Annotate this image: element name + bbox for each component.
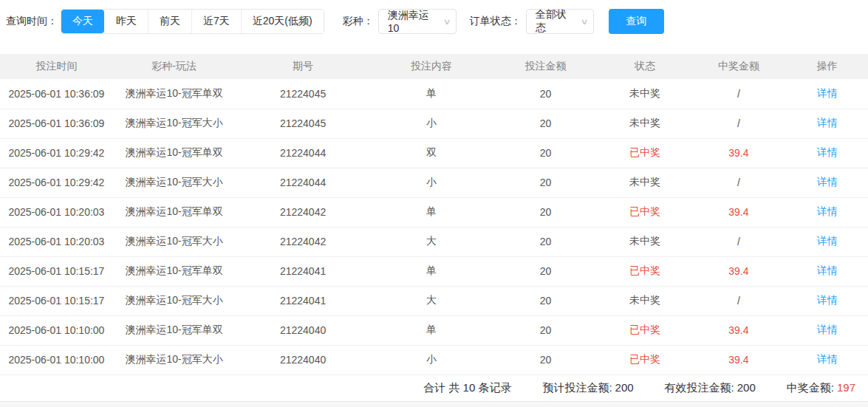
bet-content-cell: 单 (371, 79, 493, 109)
bet-content-cell: 大 (371, 227, 493, 256)
bet-time-cell: 2025-06-01 10:20:03 (0, 227, 113, 256)
detail-link[interactable]: 详情 (817, 87, 838, 99)
bet-amount-cell: 20 (492, 315, 599, 345)
bet-content-cell: 小 (371, 345, 493, 374)
bet-content-cell: 小 (371, 168, 493, 197)
action-cell: 详情 (787, 109, 868, 138)
action-cell: 详情 (787, 79, 868, 109)
table-row: 2025-06-01 10:36:09 澳洲幸运10-冠军单双 21224045… (0, 79, 868, 109)
table-header: 投注时间 彩种-玩法 期号 投注内容 投注金额 状态 中奖金额 操作 (0, 54, 868, 79)
detail-link[interactable]: 详情 (817, 294, 838, 306)
issue-cell: 21224041 (235, 256, 370, 286)
table-row: 2025-06-01 10:20:03 澳洲幸运10-冠军大小 21224042… (0, 227, 868, 256)
prize-cell: 39.4 (691, 345, 786, 374)
status-cell: 未中奖 (599, 286, 691, 315)
action-cell: 详情 (787, 138, 868, 168)
issue-cell: 21224042 (235, 227, 370, 256)
action-cell: 详情 (787, 197, 868, 227)
chevron-down-icon: ∨ (442, 17, 451, 27)
issue-cell: 21224041 (235, 286, 370, 315)
bet-content-cell: 双 (371, 138, 493, 168)
bet-content-cell: 小 (371, 109, 493, 138)
valid-bet-amount: 有效投注金额:200 (665, 381, 756, 395)
detail-link[interactable]: 详情 (817, 176, 838, 188)
lottery-select[interactable]: 澳洲幸运10 ∨ (378, 9, 457, 34)
prize-cell: 39.4 (691, 138, 786, 168)
action-cell: 详情 (787, 345, 868, 374)
col-content: 投注内容 (371, 54, 493, 79)
order-status-select-value: 全部状态 (536, 8, 577, 35)
time-range-option[interactable]: 昨天 (104, 10, 148, 33)
col-amount: 投注金额 (492, 54, 599, 79)
detail-link[interactable]: 详情 (817, 235, 838, 247)
game-type-cell: 澳洲幸运10-冠军单双 (113, 315, 236, 345)
detail-link[interactable]: 详情 (817, 264, 838, 276)
expected-bet-amount: 预计投注金额:200 (542, 381, 633, 395)
prize-cell: 39.4 (691, 315, 786, 345)
table-row: 2025-06-01 10:29:42 澳洲幸运10-冠军大小 21224044… (0, 168, 868, 197)
issue-cell: 21224042 (235, 197, 370, 227)
detail-link[interactable]: 详情 (817, 146, 838, 158)
chevron-down-icon: ∨ (580, 17, 588, 27)
time-range-option[interactable]: 近7天 (191, 10, 241, 33)
bet-amount-cell: 20 (492, 79, 599, 109)
issue-cell: 21224040 (235, 315, 370, 345)
query-time-label: 查询时间： (6, 15, 58, 28)
time-range-group: 今天昨天前天近7天近20天(低频) (61, 9, 324, 34)
bet-amount-cell: 20 (492, 227, 599, 256)
bet-time-cell: 2025-06-01 10:15:17 (0, 286, 113, 315)
prize-cell: 39.4 (691, 256, 786, 286)
col-prize: 中奖金额 (691, 54, 786, 79)
prize-cell: / (691, 227, 786, 256)
search-button[interactable]: 查询 (609, 9, 664, 34)
action-cell: 详情 (787, 315, 868, 345)
detail-link[interactable]: 详情 (817, 117, 838, 129)
bet-content-cell: 大 (371, 286, 493, 315)
action-cell: 详情 (787, 168, 868, 197)
status-cell: 未中奖 (599, 168, 691, 197)
time-range-option[interactable]: 前天 (148, 10, 191, 33)
bet-time-cell: 2025-06-01 10:36:09 (0, 79, 113, 109)
bet-time-cell: 2025-06-01 10:20:03 (0, 197, 113, 227)
table-body: 2025-06-01 10:36:09 澳洲幸运10-冠军单双 21224045… (0, 79, 868, 374)
status-cell: 已中奖 (599, 345, 691, 374)
bet-amount-cell: 20 (492, 138, 599, 168)
status-cell: 未中奖 (599, 227, 691, 256)
table-row: 2025-06-01 10:29:42 澳洲幸运10-冠军单双 21224044… (0, 138, 868, 168)
detail-link[interactable]: 详情 (817, 205, 838, 217)
bet-records-table: 投注时间 彩种-玩法 期号 投注内容 投注金额 状态 中奖金额 操作 2025-… (0, 54, 868, 375)
col-action: 操作 (787, 54, 868, 79)
summary-bar: 合计 共 10 条记录 预计投注金额:200 有效投注金额:200 中奖金额:1… (0, 375, 868, 402)
time-range-option[interactable]: 近20天(低频) (241, 10, 324, 33)
table-row: 2025-06-01 10:10:00 澳洲幸运10-冠军大小 21224040… (0, 345, 868, 374)
table-row: 2025-06-01 10:10:00 澳洲幸运10-冠军单双 21224040… (0, 315, 868, 345)
table-row: 2025-06-01 10:15:17 澳洲幸运10-冠军单双 21224041… (0, 256, 868, 286)
bet-content-cell: 单 (371, 315, 493, 345)
detail-link[interactable]: 详情 (817, 353, 838, 365)
game-type-cell: 澳洲幸运10-冠军单双 (113, 197, 236, 227)
col-bet-time: 投注时间 (0, 54, 113, 79)
bet-amount-cell: 20 (492, 168, 599, 197)
issue-cell: 21224044 (235, 138, 370, 168)
lottery-label: 彩种： (343, 15, 374, 28)
col-game-type: 彩种-玩法 (113, 54, 236, 79)
detail-link[interactable]: 详情 (817, 324, 838, 335)
prize-cell: / (691, 79, 786, 109)
prize-cell: / (691, 286, 786, 315)
order-status-select[interactable]: 全部状态 ∨ (526, 9, 594, 34)
filter-bar: 查询时间： 今天昨天前天近7天近20天(低频) 彩种： 澳洲幸运10 ∨ 订单状… (0, 0, 868, 34)
bet-time-cell: 2025-06-01 10:29:42 (0, 168, 113, 197)
action-cell: 详情 (787, 256, 868, 286)
time-range-option[interactable]: 今天 (61, 10, 104, 33)
action-cell: 详情 (787, 286, 868, 315)
game-type-cell: 澳洲幸运10-冠军大小 (113, 345, 236, 374)
order-status-label: 订单状态： (470, 15, 522, 28)
game-type-cell: 澳洲幸运10-冠军大小 (113, 168, 236, 197)
bet-content-cell: 单 (371, 256, 493, 286)
bottom-strip (0, 402, 868, 407)
game-type-cell: 澳洲幸运10-冠军大小 (113, 109, 236, 138)
total-prize-amount: 中奖金额:197 (787, 381, 855, 395)
total-records: 合计 共 10 条记录 (423, 381, 511, 395)
bet-amount-cell: 20 (492, 345, 599, 374)
bet-time-cell: 2025-06-01 10:29:42 (0, 138, 113, 168)
